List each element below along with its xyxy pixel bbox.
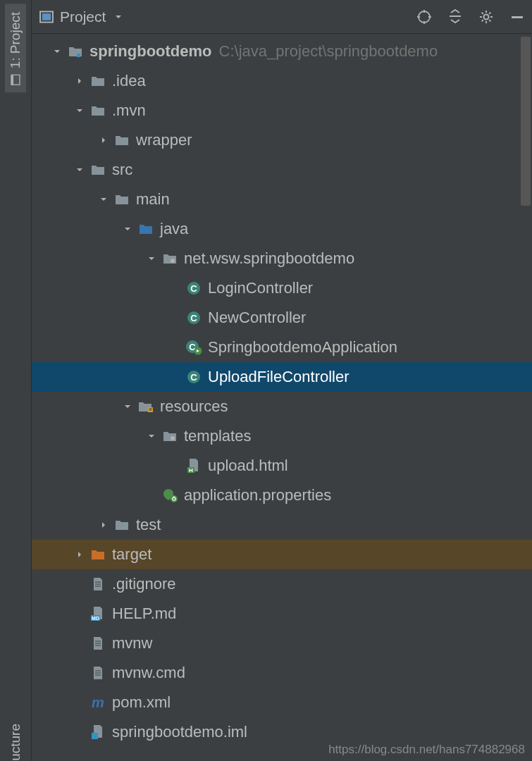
svg-line-17	[482, 20, 483, 21]
tree-item-target[interactable]: target	[32, 540, 532, 569]
svg-rect-1	[11, 75, 13, 85]
file-icon	[88, 577, 108, 591]
folder-icon	[112, 193, 132, 206]
project-dropdown-icon[interactable]	[114, 13, 123, 21]
expand-all-icon[interactable]	[447, 9, 463, 25]
svg-text:C: C	[190, 313, 197, 323]
chevron-down-icon[interactable]	[71, 166, 88, 174]
chevron-down-icon[interactable]	[49, 47, 66, 56]
project-tree: springbootdemo C:\java_project\springboo…	[32, 34, 532, 761]
chevron-down-icon[interactable]	[119, 225, 136, 233]
svg-point-10	[484, 14, 489, 19]
svg-point-34	[171, 436, 175, 440]
svg-rect-19	[512, 16, 523, 18]
tree-item-springboot-app[interactable]: C SpringbootdemoApplication	[32, 333, 532, 362]
excluded-folder-icon	[88, 548, 108, 561]
markdown-file-icon: MD	[88, 606, 108, 621]
structure-tab[interactable]: ucture	[5, 717, 26, 761]
root-path: C:\java_project\springbootdemo	[219, 42, 438, 61]
maven-icon: m	[88, 695, 108, 710]
project-toolbar: Project	[32, 0, 532, 34]
project-tab-label: 1: Project	[8, 12, 23, 68]
chevron-right-icon[interactable]	[71, 550, 88, 559]
svg-text:C: C	[190, 283, 197, 294]
svg-text:MD: MD	[92, 616, 99, 621]
project-toolbar-title[interactable]: Project	[60, 8, 106, 25]
watermark: https://blog.csdn.net/hans774882968	[328, 743, 525, 757]
tree-item-helpmd[interactable]: MD HELP.md	[32, 599, 532, 629]
svg-text:H: H	[189, 467, 193, 474]
tree-item-test[interactable]: test	[32, 510, 532, 540]
svg-line-16	[489, 20, 490, 21]
module-file-icon	[88, 724, 108, 740]
chevron-right-icon[interactable]	[71, 77, 88, 85]
file-icon	[88, 666, 108, 680]
tree-item-upload-html[interactable]: H upload.html	[32, 451, 532, 481]
left-gutter: 1: Project ucture	[0, 0, 32, 761]
svg-rect-20	[77, 54, 80, 57]
svg-text:C: C	[190, 372, 197, 383]
chevron-down-icon[interactable]	[71, 106, 88, 115]
root-name: springbootdemo	[89, 42, 212, 61]
class-icon: C	[184, 311, 204, 325]
folder-icon	[112, 134, 132, 147]
tree-item-wrapper[interactable]: wrapper	[32, 125, 532, 155]
tree-item-main[interactable]: main	[32, 185, 532, 214]
file-icon	[88, 636, 108, 650]
chevron-down-icon[interactable]	[95, 195, 112, 204]
project-panel-icon	[39, 9, 54, 25]
package-icon	[160, 252, 180, 265]
structure-tab-label: ucture	[8, 724, 23, 761]
chevron-right-icon[interactable]	[95, 136, 112, 144]
tree-item-package[interactable]: net.wsw.springbootdemo	[32, 244, 532, 273]
project-tab[interactable]: 1: Project	[5, 4, 26, 92]
tree-item-upload-controller[interactable]: C UploadFileController	[32, 362, 532, 392]
locate-icon[interactable]	[416, 9, 432, 25]
minimize-icon[interactable]	[509, 9, 525, 25]
folder-icon	[88, 75, 108, 87]
tree-root[interactable]: springbootdemo C:\java_project\springboo…	[32, 37, 532, 66]
tree-item-resources[interactable]: resources	[32, 392, 532, 421]
svg-line-18	[489, 12, 490, 13]
svg-rect-3	[42, 13, 51, 20]
svg-rect-52	[92, 733, 98, 739]
spring-properties-icon	[160, 488, 180, 503]
chevron-down-icon[interactable]	[119, 402, 136, 411]
class-icon: C	[184, 281, 204, 295]
svg-point-21	[171, 259, 175, 263]
tree-item-mvnw[interactable]: mvnw	[32, 629, 532, 658]
class-icon: C	[184, 370, 204, 384]
svg-text:m: m	[92, 695, 104, 710]
folder-icon	[88, 163, 108, 176]
svg-line-15	[482, 12, 483, 13]
tree-item-mvnw-cmd[interactable]: mvnw.cmd	[32, 658, 532, 688]
chevron-down-icon[interactable]	[143, 254, 160, 263]
tree-item-pom[interactable]: m pom.xml	[32, 688, 532, 717]
scrollbar-thumb[interactable]	[521, 37, 531, 206]
project-tab-icon	[10, 74, 21, 85]
svg-point-4	[419, 11, 430, 23]
module-folder-icon	[66, 45, 85, 58]
folder-icon	[112, 519, 132, 531]
settings-gear-icon[interactable]	[478, 9, 494, 25]
tree-item-app-properties[interactable]: application.properties	[32, 481, 532, 510]
tree-item-src[interactable]: src	[32, 155, 532, 185]
source-folder-icon	[136, 223, 156, 235]
tree-item-login-controller[interactable]: C LoginController	[32, 273, 532, 303]
tree-item-java[interactable]: java	[32, 214, 532, 244]
chevron-down-icon[interactable]	[143, 432, 160, 440]
runnable-class-icon: C	[184, 340, 204, 355]
folder-icon	[88, 104, 108, 117]
tree-item-templates[interactable]: templates	[32, 421, 532, 451]
chevron-right-icon[interactable]	[95, 521, 112, 529]
tree-item-new-controller[interactable]: C NewController	[32, 303, 532, 333]
package-icon	[160, 430, 180, 443]
tree-item-idea[interactable]: .idea	[32, 66, 532, 96]
tree-item-gitignore[interactable]: .gitignore	[32, 569, 532, 599]
tree-item-mvn[interactable]: .mvn	[32, 96, 532, 125]
resources-folder-icon	[136, 400, 156, 413]
html-file-icon: H	[184, 458, 204, 474]
